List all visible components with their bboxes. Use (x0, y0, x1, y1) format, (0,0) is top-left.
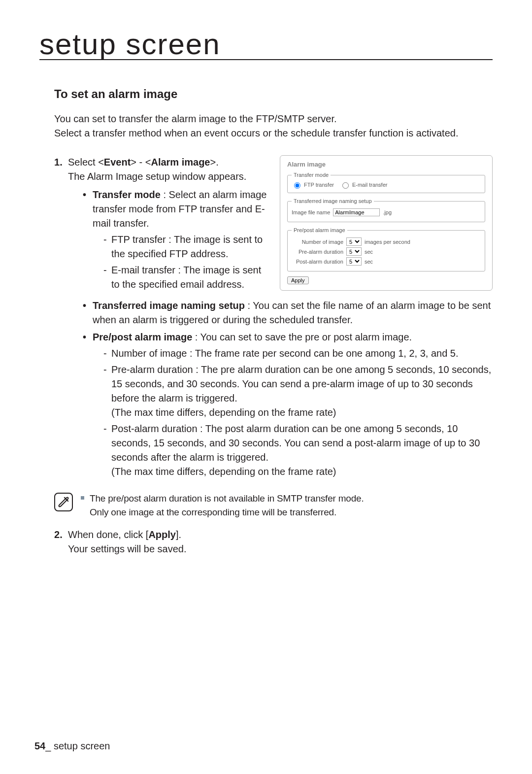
file-name-label: Image file name (292, 209, 330, 215)
page-number: 54 (34, 740, 45, 751)
step1-text-pre: Select < (68, 157, 104, 168)
pre-duration-select[interactable]: 5 (346, 247, 362, 256)
note-line-2: Only one image at the corresponding time… (90, 507, 336, 517)
step-1: Select <Event> - <Alarm image>. The Alar… (54, 155, 269, 292)
alarm-image-panel: Alarm image Transfer mode FTP transfer E… (280, 155, 493, 291)
naming-label: Transferred image naming setup (93, 300, 245, 311)
bullet-naming: Transferred image naming setup : You can… (83, 299, 493, 327)
intro-line-2: Select a transfer method when an event o… (54, 128, 458, 138)
bullet-transfer-mode: Transfer mode : Select an alarm image tr… (83, 188, 269, 292)
step1-text-post: >. (210, 157, 219, 168)
step2-post: ]. (176, 529, 181, 540)
page-footer: 54_ setup screen (34, 740, 110, 752)
radio-ftp-text: FTP transfer (304, 182, 334, 188)
step1-text-mid: > - < (131, 157, 151, 168)
section-heading: To set an alarm image (39, 87, 493, 101)
dash-pre-alarm: Pre-alarm duration : The pre alarm durat… (102, 363, 493, 420)
post-alarm-text: Post-alarm duration : The post alarm dur… (111, 423, 480, 463)
step1-alarm-image: Alarm image (151, 157, 210, 168)
num-image-label: Number of image (292, 239, 343, 245)
radio-email-text: E-mail transfer (352, 182, 388, 188)
radio-ftp[interactable] (294, 182, 300, 189)
step1-line2: The Alarm Image setup window appears. (68, 171, 246, 182)
post-alarm-note: (The max time differs, depending on the … (111, 466, 336, 477)
note-block: The pre/post alarm duration is not avail… (54, 492, 493, 519)
pre-duration-label: Pre-alarm duration (292, 249, 343, 255)
footer-sep: _ (45, 740, 51, 751)
step1-event: Event (104, 157, 131, 168)
panel-title: Alarm image (287, 161, 485, 168)
apply-button[interactable]: Apply (287, 276, 309, 284)
pre-alarm-text: Pre-alarm duration : The pre alarm durat… (111, 364, 491, 404)
transfer-mode-label: Transfer mode (93, 189, 161, 200)
post-duration-select[interactable]: 5 (346, 257, 362, 266)
note-line-1: The pre/post alarm duration is not avail… (90, 493, 364, 504)
legend-naming: Transferred image naming setup (292, 198, 374, 204)
step2-apply: Apply (148, 529, 176, 540)
num-image-select[interactable]: 5 (346, 237, 362, 246)
intro-text: You can set to transfer the alarm image … (39, 112, 493, 140)
dash-number-of-image: Number of image : The frame rate per sec… (102, 346, 493, 361)
post-duration-label: Post-alarm duration (292, 259, 343, 265)
prepost-desc: : You can set to save the pre or post al… (192, 332, 412, 342)
dash-post-alarm: Post-alarm duration : The post alarm dur… (102, 422, 493, 479)
pre-sec: sec (365, 249, 373, 255)
step-2: When done, click [Apply]. Your settings … (54, 528, 493, 556)
note-icon (54, 493, 73, 511)
fieldset-transfer-mode: Transfer mode FTP transfer E-mail transf… (287, 172, 485, 193)
radio-ftp-label[interactable]: FTP transfer (292, 181, 334, 189)
footer-label: setup screen (51, 740, 110, 751)
step2-pre: When done, click [ (68, 529, 148, 540)
bullet-prepost: Pre/post alarm image : You can set to sa… (83, 330, 493, 479)
radio-email-label[interactable]: E-mail transfer (340, 181, 388, 189)
note-item: The pre/post alarm duration is not avail… (81, 492, 364, 519)
post-sec: sec (365, 259, 373, 265)
legend-prepost: Pre/post alarm image (292, 227, 347, 233)
intro-line-1: You can set to transfer the alarm image … (54, 113, 337, 124)
dash-ftp-transfer: FTP transfer : The image is sent to the … (102, 233, 269, 261)
fieldset-prepost: Pre/post alarm image Number of image 5 i… (287, 227, 485, 271)
file-name-input[interactable] (333, 208, 380, 216)
num-image-suffix: images per second (365, 239, 410, 245)
fieldset-naming: Transferred image naming setup Image fil… (287, 198, 485, 222)
dash-email-transfer: E-mail transfer : The image is sent to t… (102, 263, 269, 292)
file-ext: .jpg (383, 209, 392, 215)
chapter-title: setup screen (39, 30, 493, 60)
pre-alarm-note: (The max time differs, depending on the … (111, 407, 336, 418)
radio-email[interactable] (342, 182, 349, 189)
legend-transfer-mode: Transfer mode (292, 172, 331, 178)
prepost-label: Pre/post alarm image (93, 332, 192, 342)
step2-line2: Your settings will be saved. (68, 543, 187, 554)
